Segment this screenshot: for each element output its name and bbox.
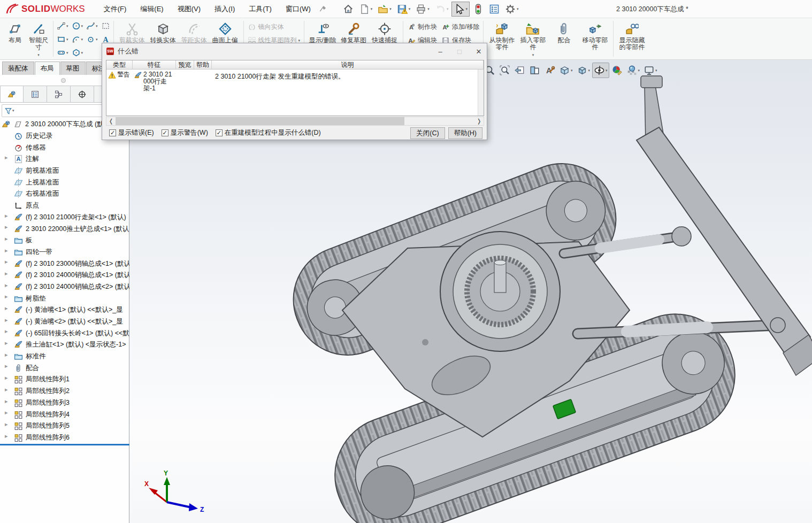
scroll-left-icon[interactable]: ❬ xyxy=(106,118,116,125)
table-horizontal-scrollbar[interactable]: ❬ ❭ xyxy=(106,117,484,126)
show-hidden-components-button[interactable]: 显示隐藏的零部件 xyxy=(616,19,647,51)
rectangle-button[interactable]: ▾ xyxy=(55,33,70,46)
edit-appearance-button[interactable] xyxy=(610,63,624,78)
save-button[interactable]: ▾ xyxy=(395,2,413,17)
tree-item-11[interactable]: ▸ (f) 2 3010 23000销轴总成<1> (默认 xyxy=(0,258,129,270)
checkbox-1[interactable]: ✓显示警告(W) xyxy=(162,128,208,137)
checkbox-box-icon[interactable]: ✓ xyxy=(216,129,223,136)
dialog-button-0[interactable]: 关闭(C) xyxy=(410,127,445,139)
mirror-button[interactable]: 镜向实体 xyxy=(246,20,303,34)
polygon-button[interactable]: ▾ xyxy=(70,46,85,59)
pin-menubar-icon[interactable] xyxy=(319,5,327,13)
tree-item-18[interactable]: ▸ 推土油缸<1> (默认) <显示状态-1> xyxy=(0,339,129,351)
tab-2[interactable]: 草图 xyxy=(60,61,86,75)
repair-sketch-button[interactable]: 修复草图 xyxy=(338,19,369,44)
checkbox-2[interactable]: ✓在重建模型过程中显示什么错(D) xyxy=(216,128,321,137)
panel-splitter-handle[interactable] xyxy=(61,78,66,83)
print-button[interactable]: ▾ xyxy=(413,2,432,17)
annotation-visibility-button[interactable]: A xyxy=(542,63,557,78)
hide-show-items-button[interactable]: ▾ xyxy=(592,63,609,78)
expand-arrow-icon[interactable]: ▸ xyxy=(5,386,8,393)
open-button[interactable]: ▾ xyxy=(376,2,394,17)
ellipse-button[interactable]: ▾ xyxy=(85,33,99,46)
apply-scene-button[interactable]: ▾ xyxy=(625,63,642,78)
move-component-button[interactable]: 移动零部件 xyxy=(579,19,610,51)
add-remove-button[interactable]: A添加/移除 xyxy=(439,20,481,34)
dropdown-arrow-icon[interactable]: ▾ xyxy=(588,68,591,73)
menu-item-2[interactable]: 视图(V) xyxy=(171,0,208,18)
make-block-button[interactable]: A制作块 xyxy=(405,20,439,34)
insert-component-button[interactable]: 插入零部件 ▾ xyxy=(517,19,548,58)
display-style-button[interactable]: ▾ xyxy=(575,63,592,78)
expand-arrow-icon[interactable]: ▸ xyxy=(5,270,8,277)
tree-item-8[interactable]: ▸ 2 3010 22000推土铲总成<1> (默认 xyxy=(0,223,129,235)
offset-entities-button[interactable]: 等距实体 xyxy=(179,19,210,44)
menu-item-3[interactable]: 插入(I) xyxy=(208,0,242,18)
menu-item-5[interactable]: 窗口(W) xyxy=(279,0,318,18)
dropdown-arrow-icon[interactable]: ▾ xyxy=(371,7,373,11)
menu-item-0[interactable]: 文件(F) xyxy=(97,0,134,18)
column-header-2[interactable]: 预览 xyxy=(176,60,194,69)
column-header-3[interactable]: 帮助 xyxy=(194,60,212,69)
tree-item-21[interactable]: ▸ 局部线性阵列1 xyxy=(0,374,129,386)
dialog-minimize-button[interactable]: – xyxy=(432,45,448,57)
slot-button[interactable]: ▾ xyxy=(55,46,70,59)
expand-arrow-icon[interactable]: ▸ xyxy=(5,340,8,347)
dropdown-arrow-icon[interactable]: ▾ xyxy=(12,109,14,113)
dialog-title-bar[interactable]: SW 什么错 – □ ✕ xyxy=(102,43,487,59)
new-document-button[interactable]: ▾ xyxy=(357,2,375,17)
tree-item-7[interactable]: ▸ (f) 2 3010 21000行走架<1> (默认) xyxy=(0,212,129,224)
dropdown-arrow-icon[interactable]: ▾ xyxy=(37,51,40,58)
dropdown-arrow-icon[interactable]: ▾ xyxy=(298,39,301,43)
tree-item-24[interactable]: ▸ 局部线性阵列4 xyxy=(0,409,129,420)
expand-arrow-icon[interactable]: ▸ xyxy=(5,398,8,405)
dialog-maximize-button[interactable]: □ xyxy=(451,45,468,57)
spline-button[interactable]: ▾ xyxy=(85,19,99,33)
tree-item-19[interactable]: ▸ 标准件 xyxy=(0,351,129,363)
dropdown-arrow-icon[interactable]: ▾ xyxy=(655,68,657,73)
checkbox-box-icon[interactable]: ✓ xyxy=(109,129,116,136)
tree-item-13[interactable]: ▸ (f) 2 3010 24000销轴总成<2> (默认 xyxy=(0,281,129,293)
expand-arrow-icon[interactable]: ▸ xyxy=(5,433,8,440)
dropdown-arrow-icon[interactable]: ▾ xyxy=(81,51,83,55)
tree-item-22[interactable]: ▸ 局部线性阵列2 xyxy=(0,386,129,397)
menu-item-4[interactable]: 工具(T) xyxy=(242,0,279,18)
rollback-bar[interactable] xyxy=(0,444,129,445)
dropdown-arrow-icon[interactable]: ▾ xyxy=(389,7,392,11)
tree-item-16[interactable]: ▸ (-) 黄油嘴<2> (默认) <<默认>_显 xyxy=(0,316,129,328)
zoom-area-button[interactable] xyxy=(497,63,512,78)
select-region-button[interactable] xyxy=(99,19,112,33)
tab-1[interactable]: 布局 xyxy=(35,61,60,75)
dropdown-arrow-icon[interactable]: ▾ xyxy=(66,24,68,28)
expand-arrow-icon[interactable]: ▸ xyxy=(5,293,8,300)
tree-item-25[interactable]: ▸ 局部线性阵列5 xyxy=(0,420,129,432)
table-vertical-scrollbar[interactable] xyxy=(478,70,484,116)
property-manager-tab[interactable] xyxy=(24,86,47,103)
expand-arrow-icon[interactable]: ▸ xyxy=(5,247,8,254)
arc-button[interactable]: ▾ xyxy=(70,33,85,46)
expand-arrow-icon[interactable]: ▸ xyxy=(5,258,8,265)
tree-item-23[interactable]: ▸ 局部线性阵列3 xyxy=(0,397,129,409)
dropdown-arrow-icon[interactable]: ▾ xyxy=(571,68,573,73)
tree-item-15[interactable]: ▸ (-) 黄油嘴<1> (默认) <<默认>_显 xyxy=(0,304,129,316)
dialog-close-button[interactable]: ✕ xyxy=(471,45,487,57)
options-gear-button[interactable]: ▾ xyxy=(503,2,521,17)
dropdown-arrow-icon[interactable]: ▾ xyxy=(532,51,534,58)
dropdown-arrow-icon[interactable]: ▾ xyxy=(638,68,640,73)
column-header-4[interactable]: 说明 xyxy=(212,60,484,69)
layout-button[interactable]: 布局 xyxy=(3,19,27,44)
configuration-manager-tab[interactable] xyxy=(47,86,71,103)
dropdown-arrow-icon[interactable]: ▾ xyxy=(81,37,83,42)
dropdown-arrow-icon[interactable]: ▾ xyxy=(465,7,468,11)
tree-item-20[interactable]: ▸ 配合 xyxy=(0,362,129,374)
dialog-button-1[interactable]: 帮助(H) xyxy=(448,127,482,139)
tree-item-12[interactable]: ▸ (f) 2 3010 24000销轴总成<1> (默认 xyxy=(0,270,129,281)
expand-arrow-icon[interactable]: ▸ xyxy=(5,328,8,335)
dropdown-arrow-icon[interactable]: ▾ xyxy=(409,7,411,11)
dimxpert-manager-tab[interactable] xyxy=(71,86,94,103)
scroll-right-icon[interactable]: ❭ xyxy=(474,118,484,125)
menu-item-1[interactable]: 编辑(E) xyxy=(133,0,170,18)
dropdown-arrow-icon[interactable]: ▾ xyxy=(81,24,83,28)
tree-item-6[interactable]: 原点 xyxy=(0,200,129,212)
dropdown-arrow-icon[interactable]: ▾ xyxy=(447,7,449,11)
